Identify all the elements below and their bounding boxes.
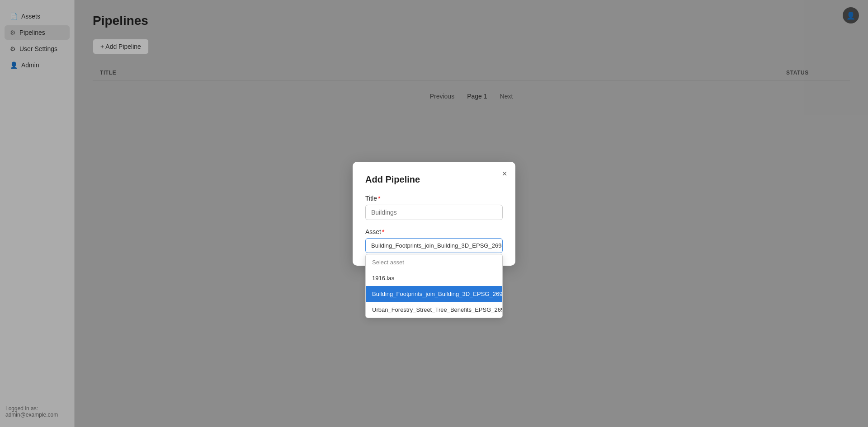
dropdown-item-1916[interactable]: 1916.las: [366, 270, 502, 286]
title-input[interactable]: [365, 205, 503, 220]
selected-asset-text: Building_Footprints_join_Building_3D_EPS…: [371, 242, 503, 249]
add-pipeline-modal: Add Pipeline × Title* Asset* Building_Fo…: [353, 162, 515, 266]
asset-field-label: Asset*: [365, 228, 503, 235]
required-star-asset: *: [382, 228, 384, 235]
asset-dropdown: Select asset 1916.las Building_Footprint…: [365, 254, 503, 318]
modal-overlay: Add Pipeline × Title* Asset* Building_Fo…: [0, 0, 868, 427]
dropdown-item-building-footprints[interactable]: Building_Footprints_join_Building_3D_EPS…: [366, 286, 502, 302]
modal-title: Add Pipeline: [365, 174, 503, 185]
dropdown-item-urban-forestry[interactable]: Urban_Forestry_Street_Tree_Benefits_EPSG…: [366, 302, 502, 318]
dropdown-item-placeholder[interactable]: Select asset: [366, 254, 502, 270]
asset-select-wrapper: Building_Footprints_join_Building_3D_EPS…: [365, 238, 503, 253]
title-field-label: Title*: [365, 195, 503, 202]
modal-close-button[interactable]: ×: [502, 169, 507, 178]
required-star: *: [378, 195, 380, 202]
asset-select[interactable]: Building_Footprints_join_Building_3D_EPS…: [365, 238, 503, 253]
